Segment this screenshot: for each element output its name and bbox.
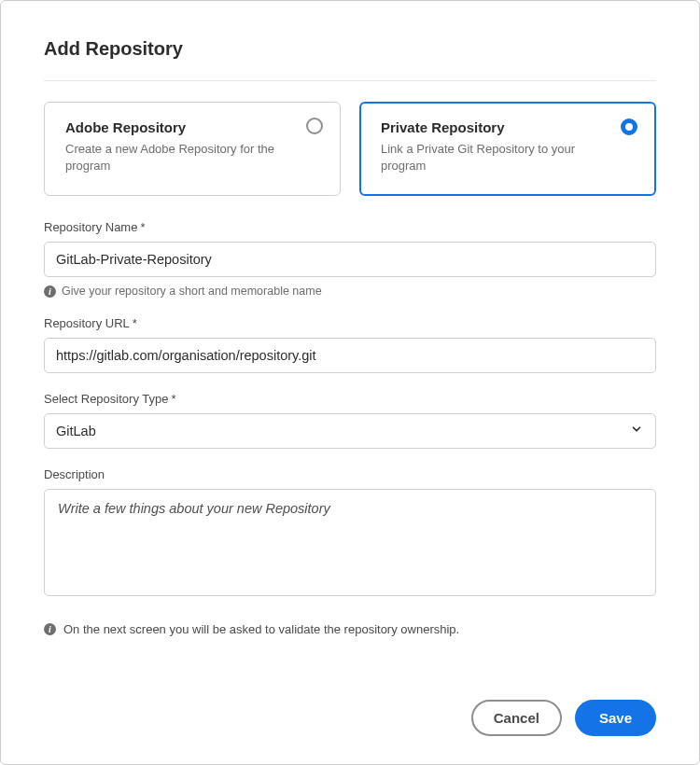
divider (44, 80, 656, 81)
repository-name-input[interactable] (44, 242, 656, 277)
repository-type-cards: Adobe Repository Create a new Adobe Repo… (44, 102, 656, 196)
radio-unselected-icon (306, 118, 323, 134)
dialog-title: Add Repository (44, 38, 656, 60)
footer-note: i On the next screen you will be asked t… (44, 622, 656, 636)
repository-name-field: Repository Name* i Give your repository … (44, 220, 656, 298)
dialog-actions: Cancel Save (44, 672, 656, 736)
description-label: Description (44, 467, 656, 481)
repository-name-helper: i Give your repository a short and memor… (44, 285, 656, 298)
save-button[interactable]: Save (575, 700, 656, 736)
label-text: Select Repository Type (44, 392, 168, 406)
cancel-button[interactable]: Cancel (471, 700, 562, 736)
adobe-card-title: Adobe Repository (65, 119, 319, 135)
description-field: Description (44, 467, 656, 600)
required-asterisk: * (171, 392, 175, 406)
adobe-repository-card[interactable]: Adobe Repository Create a new Adobe Repo… (44, 102, 341, 196)
radio-selected-icon (621, 118, 637, 135)
info-icon: i (44, 285, 56, 298)
label-text: Repository URL (44, 316, 130, 330)
repository-type-field: Select Repository Type* (44, 392, 656, 449)
repository-name-label: Repository Name* (44, 220, 656, 234)
private-repository-card[interactable]: Private Repository Link a Private Git Re… (359, 102, 656, 196)
repository-url-label: Repository URL* (44, 316, 656, 330)
footer-note-text: On the next screen you will be asked to … (63, 622, 459, 636)
repository-type-label: Select Repository Type* (44, 392, 656, 406)
info-icon: i (44, 623, 56, 635)
helper-text: Give your repository a short and memorab… (62, 285, 322, 298)
required-asterisk: * (140, 220, 145, 234)
adobe-card-desc: Create a new Adobe Repository for the pr… (65, 141, 319, 174)
add-repository-dialog: Add Repository Adobe Repository Create a… (0, 0, 700, 765)
label-text: Repository Name (44, 220, 137, 234)
repository-url-input[interactable] (44, 338, 656, 373)
required-asterisk: * (133, 316, 137, 330)
private-card-desc: Link a Private Git Repository to your pr… (381, 141, 635, 174)
repository-type-select-wrap (44, 413, 656, 449)
repository-type-select[interactable] (44, 413, 656, 449)
repository-url-field: Repository URL* (44, 316, 656, 373)
private-card-title: Private Repository (381, 119, 635, 135)
description-textarea[interactable] (44, 489, 656, 596)
